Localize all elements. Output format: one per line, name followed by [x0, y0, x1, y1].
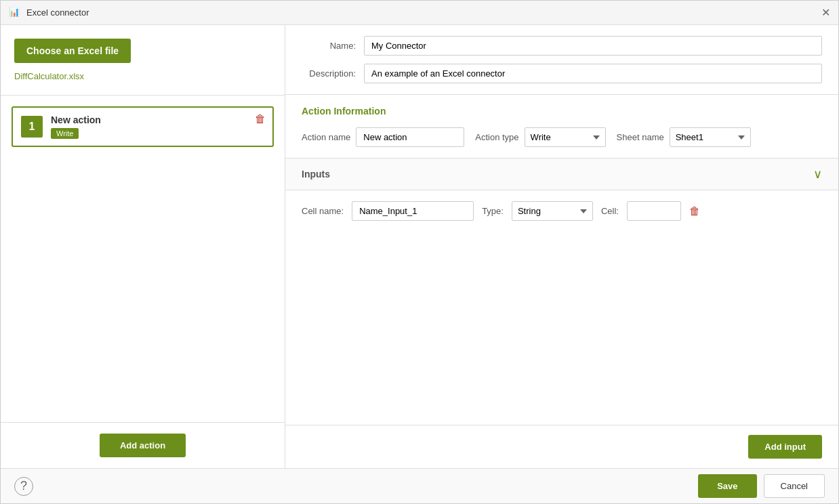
sheet-name-group: Sheet name Sheet1 Sheet2 Sheet3 [617, 127, 751, 147]
collapse-inputs-button[interactable]: ∨ [813, 167, 822, 182]
action-fields-row: Action name Action type Write Read Sheet… [302, 127, 822, 147]
cell-name-input[interactable] [352, 201, 474, 221]
inputs-content: Cell name: Type: String Integer Float Bo… [285, 190, 838, 425]
close-button[interactable]: ✕ [821, 7, 830, 18]
action-type-select[interactable]: Write Read [525, 127, 606, 147]
description-label: Description: [302, 68, 356, 79]
name-desc-section: Name: Description: [285, 25, 838, 95]
cell-name-label: Cell name: [302, 206, 344, 216]
description-row: Description: [302, 64, 822, 83]
inputs-bottom: Add input [285, 425, 838, 468]
action-name-text: New action [51, 114, 264, 125]
delete-input-button[interactable]: 🗑 [689, 205, 700, 217]
action-name-label: Action name [302, 132, 350, 142]
sheet-name-select[interactable]: Sheet1 Sheet2 Sheet3 [670, 127, 751, 147]
footer-buttons: Save Cancel [698, 474, 825, 498]
main-content: Choose an Excel file DiffCalculator.xlsx… [1, 25, 838, 468]
left-top: Choose an Excel file DiffCalculator.xlsx [1, 25, 285, 96]
left-bottom: Add action [1, 422, 285, 468]
name-row: Name: [302, 36, 822, 56]
help-button[interactable]: ? [14, 477, 33, 496]
action-info: New action Write [51, 114, 264, 139]
action-info-section: Action Information Action name Action ty… [285, 95, 838, 159]
choose-excel-button[interactable]: Choose an Excel file [14, 39, 131, 63]
action-delete-button[interactable]: 🗑 [255, 113, 266, 125]
action-type-label: Action type [475, 132, 518, 142]
excel-icon: 📊 [9, 7, 21, 19]
cell-input[interactable] [627, 201, 681, 221]
inputs-title: Inputs [302, 169, 330, 180]
file-link[interactable]: DiffCalculator.xlsx [14, 71, 271, 81]
name-label: Name: [302, 41, 356, 51]
right-panel: Name: Description: Action Information Ac… [285, 25, 838, 468]
titlebar-left: 📊 Excel connector [9, 7, 89, 19]
action-name-group: Action name [302, 127, 464, 147]
add-input-button[interactable]: Add input [748, 435, 822, 459]
action-info-title: Action Information [302, 106, 822, 117]
actions-section: 1 New action Write 🗑 [1, 96, 285, 422]
left-panel: Choose an Excel file DiffCalculator.xlsx… [1, 25, 285, 468]
footer: ? Save Cancel [1, 468, 838, 503]
titlebar: 📊 Excel connector ✕ [1, 1, 838, 25]
action-card: 1 New action Write 🗑 [12, 106, 274, 147]
action-number: 1 [21, 116, 43, 138]
action-name-field[interactable] [356, 127, 464, 147]
type-label: Type: [482, 206, 504, 216]
inputs-header: Inputs ∨ [285, 159, 838, 190]
sheet-name-label: Sheet name [617, 132, 664, 142]
name-input[interactable] [364, 36, 822, 56]
window-title: Excel connector [26, 7, 89, 18]
main-window: 📊 Excel connector ✕ Choose an Excel file… [0, 0, 839, 504]
action-type-badge: Write [51, 128, 79, 139]
add-action-button[interactable]: Add action [100, 434, 186, 457]
action-type-group: Action type Write Read [475, 127, 605, 147]
type-select[interactable]: String Integer Float Boolean [512, 201, 593, 221]
cancel-button[interactable]: Cancel [764, 474, 825, 498]
input-row: Cell name: Type: String Integer Float Bo… [302, 201, 822, 221]
inputs-section: Inputs ∨ Cell name: Type: String Integer… [285, 159, 838, 468]
save-button[interactable]: Save [698, 474, 756, 498]
description-input[interactable] [364, 64, 822, 83]
cell-label: Cell: [601, 206, 619, 216]
